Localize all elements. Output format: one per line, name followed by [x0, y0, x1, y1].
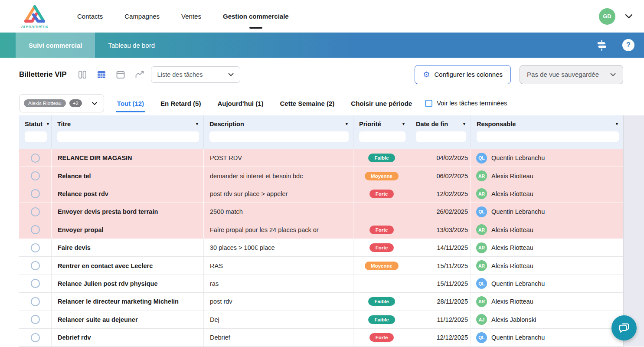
nav-item-contacts[interactable]: Contacts	[77, 0, 103, 33]
table-row[interactable]: Envoyer propal Faire propal pour les 24 …	[19, 221, 623, 239]
column-filter-priorite[interactable]	[359, 131, 405, 142]
table-row[interactable]: Faire devis 30 places > 100€ place Forte…	[19, 239, 623, 257]
filter-tab-cette-semaine[interactable]: Cette Semaine (2)	[279, 96, 335, 112]
right-gutter	[623, 115, 644, 347]
owner-name: Quentin Lebranchu	[491, 334, 545, 341]
calendar-view-icon[interactable]	[115, 69, 126, 80]
filter-tab-aujourdhui[interactable]: Aujourd'hui (1)	[216, 96, 264, 112]
task-status-radio[interactable]	[31, 189, 40, 198]
task-status-radio[interactable]	[31, 279, 40, 288]
kanban-view-icon[interactable]	[77, 69, 88, 80]
table-row[interactable]: Rentrer en contact avec Leclerc RAS Moye…	[19, 257, 623, 275]
task-description: demander si interet et besoin bdc	[210, 173, 303, 180]
owner-name: Alexis Riotteau	[491, 190, 533, 197]
show-completed-label: Voir les tâches terminées	[437, 100, 507, 107]
task-view-select-value: Liste des tâches	[157, 71, 203, 78]
sort-caret-icon[interactable]: ▼	[402, 122, 405, 126]
column-header-titre: Titre ▼	[52, 115, 204, 149]
task-status-radio[interactable]	[31, 333, 40, 342]
nav-item-ventes[interactable]: Ventes	[181, 0, 201, 33]
help-icon[interactable]: ?	[622, 39, 634, 51]
task-title: Relancer le directeur marketing Michelin	[58, 298, 179, 305]
page-title: Billetterie VIP	[19, 70, 67, 79]
owner-name: Alexis Riotteau	[491, 244, 533, 251]
task-status-radio[interactable]	[31, 297, 40, 306]
column-filter-responsable[interactable]	[477, 131, 619, 142]
nav-item-campagnes[interactable]: Campagnes	[124, 0, 160, 33]
gear-icon: ⚙	[423, 71, 430, 79]
task-table-zone: Statut ▼ Titre ▼ Description ▼	[0, 115, 644, 347]
tab-suivi-commercial[interactable]: Suivi commercial	[16, 33, 95, 58]
sort-caret-icon[interactable]: ▼	[615, 122, 619, 126]
table-row[interactable]: Relance tel demander si interet et besoi…	[19, 167, 623, 185]
sort-caret-icon[interactable]: ▼	[46, 122, 50, 126]
due-date: 06/02/2025	[436, 173, 468, 180]
user-avatar[interactable]: GD	[599, 8, 615, 25]
arenametrix-logo[interactable]: arenametrix	[19, 4, 50, 29]
show-completed-toggle[interactable]: Voir les tâches terminées	[425, 100, 507, 107]
task-description: 30 places > 100€ place	[210, 244, 275, 251]
logo-triangle-icon	[21, 4, 48, 24]
sort-caret-icon[interactable]: ▼	[345, 122, 349, 126]
signpost-icon[interactable]	[596, 39, 608, 51]
configure-columns-label: Configurer les colonnes	[434, 71, 503, 78]
task-status-radio[interactable]	[31, 171, 40, 180]
task-view-select[interactable]: Liste des tâches	[151, 66, 240, 83]
task-status-radio[interactable]	[31, 243, 40, 252]
sort-caret-icon[interactable]: ▼	[462, 122, 466, 126]
table-row[interactable]: Relancer le directeur marketing Michelin…	[19, 293, 623, 311]
priority-badge: Faible	[368, 154, 395, 162]
task-status-radio[interactable]	[31, 225, 40, 234]
filter-tab-choisir-periode[interactable]: Choisir une période	[350, 96, 413, 112]
column-filter-date-de-fin[interactable]	[416, 131, 466, 142]
due-date: 11/12/2025	[437, 316, 468, 323]
table-row[interactable]: Envoyer devis presta bord terrain 2500 m…	[19, 203, 623, 221]
priority-badge: Moyenne	[365, 262, 399, 270]
task-status-radio[interactable]	[31, 261, 40, 270]
table-row[interactable]: Relance Julien post rdv physique ras 15/…	[19, 275, 623, 293]
task-status-radio[interactable]	[31, 207, 40, 216]
table-row[interactable]: RELANCE DIR MAGASIN POST RDV Faible 04/0…	[19, 149, 623, 167]
saved-view-select[interactable]: Pas de vue sauvegardée	[520, 65, 623, 84]
task-table: Statut ▼ Titre ▼ Description ▼	[19, 115, 623, 347]
task-title: Relance post rdv	[58, 190, 108, 197]
filter-tab-tout[interactable]: Tout (12)	[116, 96, 145, 112]
task-title: RELANCE DIR MAGASIN	[58, 154, 132, 161]
owner-name: Alexis Riotteau	[491, 226, 533, 233]
task-status-radio[interactable]	[31, 154, 40, 163]
due-date: 26/02/2025	[436, 208, 468, 215]
column-filter-description[interactable]	[209, 131, 349, 142]
configure-columns-button[interactable]: ⚙ Configurer les colonnes	[415, 65, 511, 84]
assignee-filter[interactable]: Alexis Riotteau +2	[19, 94, 104, 112]
due-date: 28/11/2025	[437, 298, 468, 305]
column-header-statut: Statut ▼	[19, 115, 52, 149]
column-filter-statut[interactable]	[25, 131, 47, 142]
chevron-down-icon	[92, 101, 98, 105]
assignee-chip[interactable]: Alexis Riotteau	[24, 99, 66, 107]
task-status-radio[interactable]	[31, 315, 40, 324]
sort-caret-icon[interactable]: ▼	[195, 122, 199, 126]
column-label: Titre	[57, 121, 71, 128]
owner-avatar: AR	[476, 296, 487, 307]
owner-avatar: QL	[476, 206, 487, 217]
filter-tab-en-retard[interactable]: En Retard (5)	[160, 96, 202, 112]
table-view-icon[interactable]	[96, 69, 107, 80]
chart-view-icon[interactable]	[134, 69, 145, 80]
task-description: Debrief	[210, 334, 230, 341]
show-completed-checkbox[interactable]	[425, 100, 432, 107]
task-description: Faire propal pour les 24 places pack or	[210, 226, 319, 233]
task-title: Faire devis	[58, 244, 91, 251]
chat-fab-button[interactable]	[611, 315, 637, 340]
assignee-extra-chip[interactable]: +2	[69, 99, 82, 107]
table-row[interactable]: Debrief rdv Debrief Forte 12/12/2025 QL …	[19, 329, 623, 347]
task-description: ras	[210, 280, 219, 287]
table-header: Statut ▼ Titre ▼ Description ▼	[19, 115, 623, 149]
table-row[interactable]: Relance post rdv post rdv sur place > ap…	[19, 185, 623, 203]
tab-tableau-de-bord[interactable]: Tableau de bord	[95, 33, 168, 58]
priority-badge: Faible	[368, 297, 395, 306]
table-row[interactable]: Relancer suite au dejeuner Dej Faible 11…	[19, 311, 623, 329]
column-filter-titre[interactable]	[57, 131, 199, 142]
user-menu-chevron-icon[interactable]	[625, 14, 633, 19]
owner-avatar: QL	[476, 278, 487, 289]
nav-item-gestion-commerciale[interactable]: Gestion commerciale	[223, 0, 289, 33]
